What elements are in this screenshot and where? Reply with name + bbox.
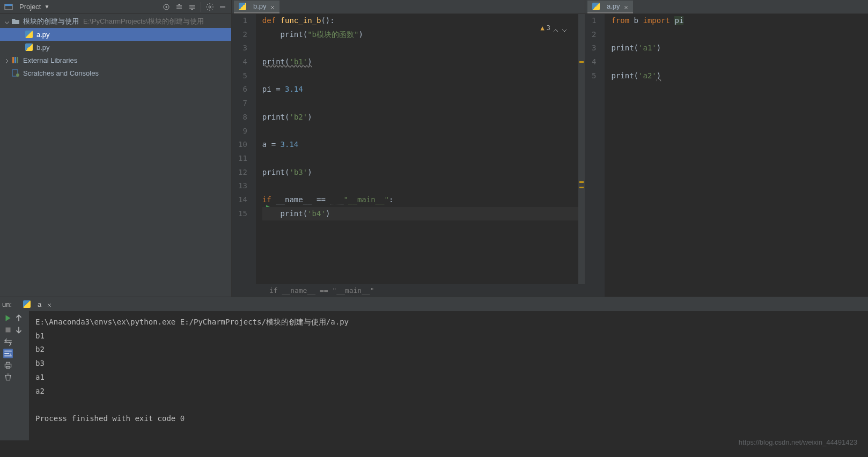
- svg-point-9: [16, 73, 19, 77]
- print-icon[interactable]: [3, 360, 13, 370]
- tree-file-a[interactable]: a.py: [0, 28, 231, 41]
- project-icon: [4, 3, 13, 11]
- chevron-up-icon[interactable]: [553, 25, 559, 32]
- code-area-b[interactable]: 123 456 789 101112 131415 ▶ def func_in_…: [232, 14, 585, 284]
- console-line: a1: [35, 373, 45, 381]
- run-panel-tabs: un: a: [0, 297, 868, 311]
- editor-tabs-right: a.py: [585, 0, 868, 14]
- svg-rect-12: [6, 362, 10, 364]
- tree-external-libraries[interactable]: External Libraries: [0, 54, 231, 67]
- close-icon[interactable]: [270, 4, 275, 9]
- inspection-badge[interactable]: ▲ 3: [541, 21, 568, 35]
- tree-file-label: b.py: [36, 43, 50, 51]
- down-icon[interactable]: [14, 325, 24, 335]
- console-exit: Process finished with exit code 0: [35, 414, 185, 423]
- soft-wrap-icon[interactable]: [3, 349, 13, 358]
- run-tab-label: a: [38, 300, 41, 308]
- console-line: b1: [35, 331, 45, 340]
- sidebar-header: Project ▼: [0, 0, 231, 14]
- breadcrumb-b[interactable]: if __name__ == "__main__": [232, 284, 585, 297]
- console-area: E:\Anaconda3\envs\ex\python.exe E:/PyCha…: [0, 311, 868, 440]
- console-line: b3: [35, 359, 45, 367]
- code-content-a[interactable]: from b import pi print('a1') print('a2'): [605, 14, 868, 297]
- svg-rect-10: [6, 328, 11, 333]
- tree-root-path: E:\PyCharmProjects\模块的创建与使用: [83, 17, 204, 26]
- console-toolbar: [0, 311, 29, 440]
- gutter-b: 123 456 789 101112 131415: [232, 14, 256, 284]
- svg-point-4: [209, 6, 211, 8]
- tab-label: b.py: [253, 2, 267, 10]
- console-line: a2: [35, 387, 45, 395]
- breadcrumb-text: if __name__ == "__main__": [269, 286, 374, 294]
- editor-area: b.py 123 456 789 101112 131415 ▶ def fun…: [232, 0, 868, 297]
- project-dropdown[interactable]: Project ▼: [4, 3, 49, 11]
- layout-icon[interactable]: [3, 337, 13, 347]
- close-icon[interactable]: [47, 301, 52, 307]
- tree-scratches[interactable]: Scratches and Consoles: [0, 67, 231, 79]
- python-file-icon: [238, 2, 247, 11]
- divider: [201, 2, 201, 12]
- scrollbar-b[interactable]: [578, 14, 585, 284]
- inspection-count: 3: [547, 21, 550, 35]
- rerun-icon[interactable]: [3, 313, 13, 323]
- svg-rect-7: [17, 57, 18, 63]
- locate-icon[interactable]: [162, 3, 171, 11]
- python-file-icon: [592, 2, 600, 11]
- editor-tabs-left: b.py: [232, 0, 585, 14]
- console-output[interactable]: E:\Anaconda3\envs\ex\python.exe E:/PyCha…: [29, 311, 868, 440]
- run-panel: un: a: [0, 297, 868, 440]
- tab-b-py[interactable]: b.py: [234, 1, 279, 13]
- project-tree: 模块的创建与使用 E:\PyCharmProjects\模块的创建与使用 a.p…: [0, 14, 231, 297]
- folder-icon: [11, 17, 20, 26]
- tab-a-py[interactable]: a.py: [587, 1, 633, 13]
- gutter-a: 123 45: [585, 14, 605, 297]
- console-line: b2: [35, 345, 45, 353]
- gear-icon[interactable]: [205, 3, 214, 11]
- code-area-a[interactable]: 123 45 from b import pi print('a1') prin…: [585, 14, 868, 297]
- svg-rect-5: [12, 57, 14, 63]
- editor-pane-b: b.py 123 456 789 101112 131415 ▶ def fun…: [232, 0, 585, 297]
- collapse-all-icon[interactable]: [188, 3, 196, 11]
- scratches-icon: [11, 69, 20, 77]
- tab-label: a.py: [607, 2, 620, 10]
- python-file-icon: [25, 43, 33, 51]
- stop-icon[interactable]: [3, 325, 13, 335]
- chevron-down-icon[interactable]: [561, 25, 568, 32]
- chevron-down-icon: ▼: [44, 4, 49, 10]
- sidebar-title: Project: [19, 3, 41, 11]
- tree-root-label: 模块的创建与使用: [23, 17, 79, 26]
- watermark: https://blog.csdn.net/weixin_44491423: [739, 438, 857, 446]
- external-libraries-label: External Libraries: [23, 56, 77, 64]
- scratches-label: Scratches and Consoles: [23, 69, 99, 77]
- code-content-b[interactable]: def func_in_b(): print("b模块的函数") print('…: [256, 14, 585, 284]
- warning-icon: ▲: [541, 21, 545, 35]
- tree-file-label: a.py: [36, 31, 50, 39]
- close-icon[interactable]: [623, 4, 629, 9]
- trash-icon[interactable]: [3, 372, 13, 382]
- python-file-icon: [23, 300, 31, 308]
- console-cmd: E:\Anaconda3\envs\ex\python.exe E:/PyCha…: [35, 318, 349, 326]
- chevron-right-icon: [4, 57, 10, 63]
- run-label: un:: [2, 300, 12, 308]
- svg-rect-6: [14, 57, 16, 63]
- svg-point-3: [166, 6, 167, 8]
- library-icon: [11, 56, 20, 64]
- editor-pane-a: a.py 123 45 from b import pi print('a1')…: [585, 0, 868, 297]
- svg-rect-1: [5, 4, 12, 6]
- minimize-icon[interactable]: [218, 3, 227, 11]
- tree-file-b[interactable]: b.py: [0, 41, 231, 54]
- expand-all-icon[interactable]: [175, 3, 183, 11]
- up-icon[interactable]: [14, 313, 24, 323]
- project-sidebar: Project ▼ 模块的创建与使用 E:\PyCh: [0, 0, 232, 297]
- chevron-down-icon: [4, 19, 10, 24]
- python-file-icon: [25, 30, 33, 39]
- run-tab[interactable]: a: [18, 298, 56, 310]
- tree-root[interactable]: 模块的创建与使用 E:\PyCharmProjects\模块的创建与使用: [0, 15, 231, 28]
